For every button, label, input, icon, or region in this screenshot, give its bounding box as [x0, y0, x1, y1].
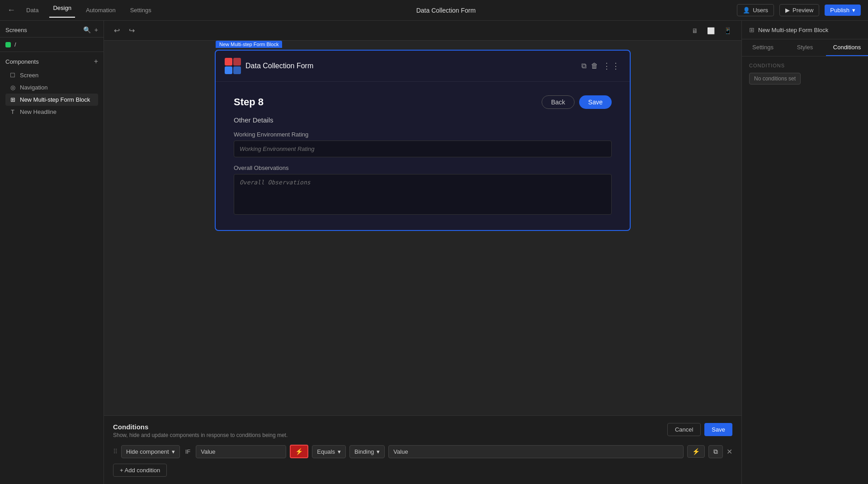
form-preview: New Multi-step Form Block Data Collectio…: [215, 50, 631, 231]
field1-input[interactable]: [234, 141, 612, 157]
conditions-title-group: Conditions Show, hide and update compone…: [113, 423, 288, 438]
components-title: Components: [5, 58, 39, 65]
play-icon: ▶: [785, 7, 790, 14]
form-header: Data Collection Form ⧉ 🗑 ⋮⋮: [216, 51, 630, 82]
value-lightning-button[interactable]: ⚡: [687, 445, 705, 458]
right-panel-tabs: Settings Styles Conditions: [742, 39, 868, 56]
form-icon: ⊞: [9, 96, 16, 103]
tab-styles[interactable]: Styles: [784, 39, 826, 56]
form-logo: Data Collection Form: [225, 58, 313, 74]
section-title: Other Details: [234, 116, 612, 124]
step-title: Step 8: [234, 96, 264, 108]
undo-button[interactable]: ↩: [111, 24, 123, 37]
screen-label: /: [14, 41, 16, 48]
sidebar-action-group: 🔍 +: [83, 26, 98, 33]
screens-title: Screens: [5, 27, 27, 33]
form-app-title: Data Collection Form: [245, 62, 313, 70]
save-conditions-button[interactable]: Save: [704, 423, 732, 436]
remove-condition-button[interactable]: ✕: [726, 447, 732, 456]
screen-icon: ☐: [9, 72, 16, 79]
conditions-actions: Cancel Save: [667, 423, 732, 436]
tab-automation[interactable]: Automation: [82, 5, 119, 15]
binding-select[interactable]: Binding ▾: [349, 445, 385, 458]
binding-lightning-button[interactable]: ⚡: [290, 445, 308, 458]
cancel-conditions-button[interactable]: Cancel: [667, 423, 701, 436]
component-headline[interactable]: T New Headline: [5, 106, 98, 118]
mobile-view-button[interactable]: 📱: [721, 25, 734, 36]
tab-conditions[interactable]: Conditions: [826, 39, 868, 56]
field2-label: Overall Observations: [234, 164, 612, 171]
form-preview-label: New Multi-step Form Block: [216, 41, 282, 48]
tab-data[interactable]: Data: [23, 5, 42, 15]
add-component-button[interactable]: +: [94, 57, 98, 66]
tab-settings[interactable]: Settings: [127, 5, 155, 15]
publish-button[interactable]: Publish ▾: [825, 5, 861, 16]
main-layout: Screens 🔍 + / Components + ☐ Screen ◎ Na…: [0, 21, 868, 484]
desktop-view-button[interactable]: 🖥: [689, 25, 701, 36]
field2-textarea[interactable]: [234, 174, 612, 215]
copy-form-button[interactable]: ⧉: [581, 61, 586, 71]
equals-value: Equals: [317, 448, 335, 455]
sidebar-header: Screens 🔍 +: [0, 21, 104, 38]
right-panel: ⊞ New Multi-step Form Block Settings Sty…: [741, 21, 868, 484]
logo-icon: [225, 58, 241, 74]
component-multistep-label: New Multi-step Form Block: [20, 96, 90, 103]
components-section: Components + ☐ Screen ◎ Navigation ⊞ New…: [0, 52, 104, 123]
tab-design[interactable]: Design: [49, 3, 75, 18]
condition-value2-input[interactable]: [388, 445, 684, 458]
step-actions: Back Save: [542, 95, 612, 109]
condition-row: ⠿ Hide component ▾ IF ⚡ Equals ▾ Binding…: [113, 445, 732, 458]
component-navigation-label: Navigation: [20, 84, 47, 91]
component-multistep-form[interactable]: ⊞ New Multi-step Form Block: [5, 94, 98, 106]
step-header: Step 8 Back Save: [234, 95, 612, 109]
more-options-icon: ⋮⋮: [603, 61, 621, 71]
components-header: Components +: [5, 57, 98, 66]
condition-value1-input[interactable]: [196, 445, 286, 458]
conditions-title: Conditions: [113, 423, 288, 431]
search-button[interactable]: 🔍: [83, 26, 91, 33]
conditions-section-label: CONDITIONS: [749, 63, 861, 68]
tab-settings[interactable]: Settings: [742, 39, 784, 56]
component-screen[interactable]: ☐ Screen: [5, 69, 98, 81]
action-value: Hide component: [126, 448, 169, 455]
add-condition-button[interactable]: + Add condition: [113, 464, 167, 477]
canvas-toolbar: ↩ ↪ 🖥 ⬜ 📱: [104, 21, 741, 41]
tablet-view-button[interactable]: ⬜: [704, 25, 717, 36]
equals-chevron-icon: ▾: [338, 448, 341, 455]
conditions-panel: Conditions Show, hide and update compone…: [104, 415, 741, 484]
canvas-content: New Multi-step Form Block Data Collectio…: [104, 41, 741, 415]
step-back-button[interactable]: Back: [542, 95, 575, 109]
binding-chevron-icon: ▾: [377, 448, 380, 455]
field1-label: Working Environment Rating: [234, 131, 612, 138]
users-icon: 👤: [743, 7, 750, 14]
right-panel-header: ⊞ New Multi-step Form Block: [742, 21, 868, 39]
nav-right: 👤 Users ▶ Preview Publish ▾: [737, 4, 861, 16]
drag-handle-icon[interactable]: ⠿: [113, 448, 118, 455]
component-navigation[interactable]: ◎ Navigation: [5, 81, 98, 94]
delete-form-button[interactable]: 🗑: [591, 61, 598, 71]
conditions-description: Show, hide and update components in resp…: [113, 432, 288, 438]
screen-item[interactable]: /: [0, 38, 104, 52]
left-sidebar: Screens 🔍 + / Components + ☐ Screen ◎ Na…: [0, 21, 104, 484]
form-header-actions: ⧉ 🗑 ⋮⋮: [581, 61, 621, 71]
toolbar-left: ↩ ↪: [111, 24, 137, 37]
redo-button[interactable]: ↪: [126, 24, 137, 37]
users-button[interactable]: 👤 Users: [737, 4, 774, 16]
step-save-button[interactable]: Save: [579, 95, 612, 109]
back-button[interactable]: ←: [7, 5, 15, 15]
component-headline-label: New Headline: [20, 108, 57, 115]
action-select[interactable]: Hide component ▾: [121, 445, 180, 458]
component-screen-label: Screen: [20, 72, 38, 79]
no-conditions-badge: No conditions set: [749, 73, 801, 85]
toolbar-right: 🖥 ⬜ 📱: [689, 25, 734, 36]
nav-left: ← Data Design Automation Settings: [7, 3, 155, 18]
navigation-icon: ◎: [9, 84, 16, 91]
copy-condition-button[interactable]: ⧉: [708, 445, 723, 458]
add-screen-button[interactable]: +: [94, 26, 98, 33]
right-panel-section: CONDITIONS No conditions set: [742, 56, 868, 91]
preview-button[interactable]: ▶ Preview: [779, 4, 819, 16]
action-chevron-icon: ▾: [172, 448, 175, 455]
binding-value: Binding: [354, 448, 374, 455]
equals-select[interactable]: Equals ▾: [312, 445, 346, 458]
top-navigation: ← Data Design Automation Settings Data C…: [0, 0, 868, 21]
